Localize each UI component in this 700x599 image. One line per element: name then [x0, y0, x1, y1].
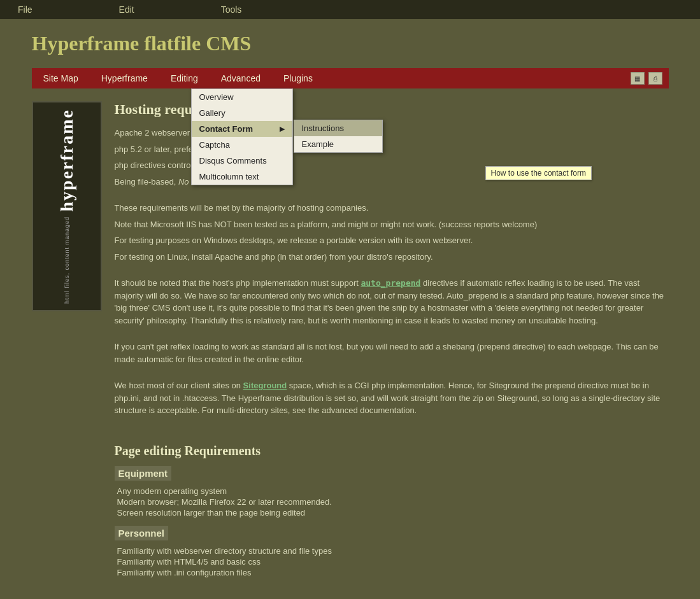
list-item: Screen resolution larger than the page b… [115, 507, 669, 518]
nav-icons: ▦ ⎙ [631, 72, 662, 85]
dropdown-multicolumn[interactable]: Multicolumn text [192, 169, 292, 185]
section-heading: Page editing Requirements [115, 444, 669, 458]
dropdown-overview[interactable]: Overview [192, 89, 292, 105]
dropdown-menu: Overview Gallery Contact Form ▶ Instruct… [191, 88, 293, 185]
nav-bar: Site Map Hyperframe Editing Advanced Plu… [32, 68, 669, 88]
list-item: Familiarity with .ini configuration file… [115, 567, 669, 578]
personnel-list: Familiarity with webserver directory str… [115, 546, 669, 578]
para-7: For testing purposes on Windows desktops… [115, 234, 669, 247]
auto-prepend-highlight: auto_prepend [361, 278, 420, 288]
nav-hyperframe[interactable]: Hyperframe [96, 71, 153, 86]
dropdown-captcha[interactable]: Captcha [192, 137, 292, 153]
para-9: It should be noted that the host's php i… [115, 277, 669, 327]
dropdown-disqus[interactable]: Disqus Comments [192, 153, 292, 169]
list-item: Any modern operating system [115, 486, 669, 497]
submenu-example[interactable]: Example [294, 136, 382, 152]
site-title: Hyperframe flatfile CMS [32, 32, 669, 55]
submenu: Instructions Example How to use the cont… [294, 120, 383, 153]
list-item: Familiarity with webserver directory str… [115, 546, 669, 556]
dropdown-gallery[interactable]: Gallery [192, 105, 292, 121]
para-8: For testing on Linux, install Apache and… [115, 251, 669, 264]
siteground-link[interactable]: Siteground [243, 381, 287, 390]
top-menubar: File Edit Tools [0, 0, 700, 19]
submenu-arrow-icon: ▶ [280, 125, 285, 132]
logo-sidebar: hyperframe html files, content managed [32, 101, 102, 586]
nav-editing[interactable]: Editing [166, 71, 203, 86]
para-11: We host most of our client sites on Site… [115, 379, 669, 417]
edit-menu[interactable]: Edit [114, 2, 139, 17]
main-wrapper: Hyperframe flatfile CMS Site Map Hyperfr… [13, 19, 688, 598]
dropdown-contact-form[interactable]: Contact Form ▶ [192, 121, 292, 137]
logo-main-text: hyperframe [57, 109, 77, 212]
equipment-list: Any modern operating system Modern brows… [115, 486, 669, 518]
tools-menu[interactable]: Tools [216, 2, 247, 17]
submenu-instructions[interactable]: Instructions [294, 120, 382, 136]
file-menu[interactable]: File [13, 2, 38, 17]
logo-box: hyperframe html files, content managed [32, 101, 102, 311]
para-6: Note that Microsoft IIS has NOT been tes… [115, 218, 669, 231]
nav-advanced[interactable]: Advanced [216, 71, 266, 86]
logo-sub-text: html files, content managed [64, 216, 70, 304]
list-item: Modern browser; Mozilla Firefox 22 or la… [115, 497, 669, 507]
list-item: Familiarity with HTML4/5 and basic css [115, 556, 669, 567]
para-5: These requirements will be met by the ma… [115, 202, 669, 215]
nav-sitemap[interactable]: Site Map [38, 71, 83, 86]
nav-plugins[interactable]: Plugins [278, 71, 318, 86]
print-icon[interactable]: ⎙ [648, 72, 662, 85]
equipment-heading: Equipment [115, 466, 172, 481]
para-10: If you can't get reflex loading to work … [115, 341, 669, 365]
instructions-tooltip: How to use the contact form [485, 166, 592, 180]
grid-icon[interactable]: ▦ [631, 72, 645, 85]
personnel-heading: Personnel [115, 526, 169, 540]
